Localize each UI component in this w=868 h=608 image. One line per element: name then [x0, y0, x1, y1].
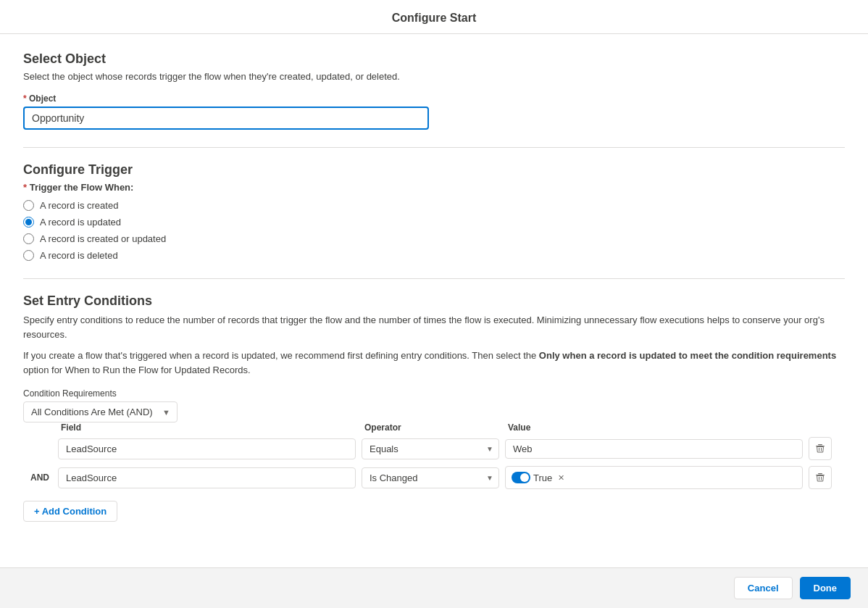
radio-deleted-label: A record is deleted	[40, 250, 118, 261]
done-button[interactable]: Done	[800, 577, 851, 599]
header-empty	[23, 422, 52, 433]
field-header: Field	[58, 422, 356, 433]
radio-created[interactable]	[23, 200, 34, 211]
delete-condition-2-button[interactable]	[809, 466, 832, 489]
modal-title: Configure Start	[392, 12, 476, 24]
configure-trigger-title: Configure Trigger	[23, 162, 845, 178]
condition-req-label: Condition Requirements	[23, 388, 845, 399]
value-pill-container-2: True ✕	[505, 466, 803, 489]
add-condition-button[interactable]: + Add Condition	[23, 501, 117, 522]
trigger-radio-group: A record is created A record is updated …	[23, 200, 845, 261]
trigger-flow-label: * Trigger the Flow When:	[23, 182, 845, 193]
radio-item-deleted[interactable]: A record is deleted	[23, 250, 845, 261]
operator-select-1[interactable]: Equals	[362, 438, 499, 459]
entry-desc-2: If you create a flow that's triggered wh…	[23, 349, 845, 377]
and-label-2: AND	[23, 472, 52, 483]
radio-item-created-updated[interactable]: A record is created or updated	[23, 233, 845, 244]
field-input-2[interactable]	[58, 467, 356, 488]
radio-created-updated-label: A record is created or updated	[40, 233, 166, 244]
radio-deleted[interactable]	[23, 250, 34, 261]
condition-row-2: AND Is Changed ▼ True ✕	[23, 466, 845, 489]
pill-close-button[interactable]: ✕	[558, 473, 564, 483]
entry-conditions-title: Set Entry Conditions	[23, 293, 845, 309]
select-object-title: Select Object	[23, 51, 845, 67]
required-star: *	[23, 93, 29, 104]
conditions-table-header: Field Operator Value	[23, 422, 845, 433]
radio-updated-label: A record is updated	[40, 217, 121, 228]
operator-select-wrapper-1: Equals ▼	[362, 438, 499, 459]
operator-select-wrapper-2: Is Changed ▼	[362, 467, 499, 488]
modal-footer: Cancel Done	[0, 567, 868, 608]
select-object-subtitle: Select the object whose records trigger …	[23, 71, 845, 82]
object-input[interactable]	[23, 107, 429, 130]
toggle-icon	[512, 472, 530, 483]
trash-icon	[815, 443, 825, 454]
entry-conditions-section: Set Entry Conditions Specify entry condi…	[23, 293, 845, 522]
radio-created-updated[interactable]	[23, 233, 34, 244]
radio-updated[interactable]	[23, 217, 34, 228]
operator-header: Operator	[362, 422, 499, 433]
radio-item-updated[interactable]: A record is updated	[23, 217, 845, 228]
condition-row-1: Equals ▼	[23, 437, 845, 460]
action-header	[809, 422, 845, 433]
entry-desc-1: Specify entry conditions to reduce the n…	[23, 313, 845, 341]
svg-rect-5	[818, 473, 822, 474]
operator-select-2[interactable]: Is Changed	[362, 467, 499, 488]
svg-rect-1	[818, 444, 822, 445]
value-input-1[interactable]	[505, 439, 803, 459]
radio-item-created[interactable]: A record is created	[23, 200, 845, 211]
object-label: * Object	[23, 93, 845, 104]
field-input-1[interactable]	[58, 438, 356, 459]
condition-req-select-wrapper: All Conditions Are Met (AND) ▼	[23, 401, 178, 422]
cancel-button[interactable]: Cancel	[734, 577, 793, 599]
add-condition-label: + Add Condition	[34, 506, 107, 517]
select-object-section: Select Object Select the object whose re…	[23, 51, 845, 130]
modal-header: Configure Start	[0, 0, 868, 34]
trash-icon	[815, 472, 825, 483]
configure-trigger-section: Configure Trigger * Trigger the Flow Whe…	[23, 162, 845, 261]
delete-condition-1-button[interactable]	[809, 437, 832, 460]
condition-requirements-container: Condition Requirements All Conditions Ar…	[23, 388, 845, 422]
modal-body: Select Object Select the object whose re…	[0, 34, 868, 567]
radio-created-label: A record is created	[40, 200, 118, 211]
value-header: Value	[505, 422, 803, 433]
section-divider-2	[23, 278, 845, 279]
condition-req-select[interactable]: All Conditions Are Met (AND)	[23, 401, 178, 422]
pill-text: True	[533, 472, 552, 483]
section-divider-1	[23, 147, 845, 148]
